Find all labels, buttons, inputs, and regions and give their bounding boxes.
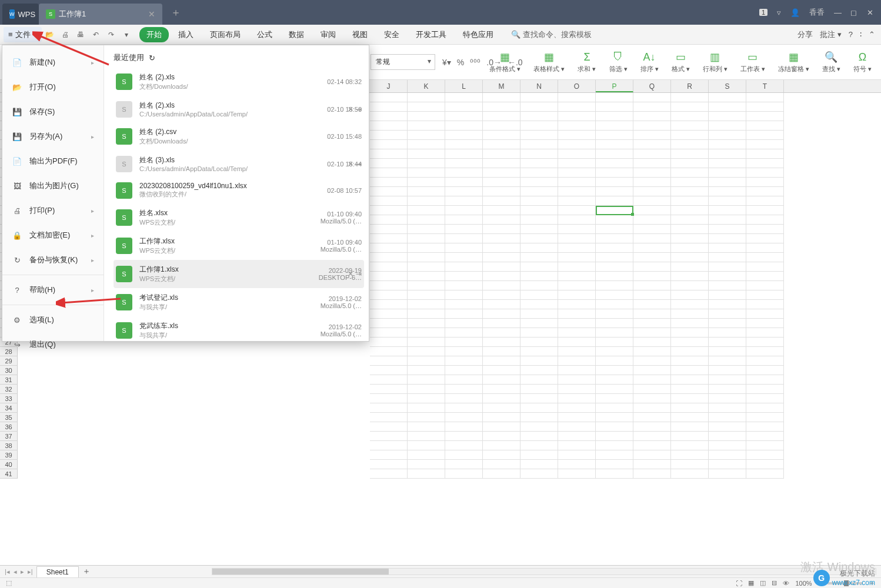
cell[interactable] bbox=[746, 93, 784, 102]
cell[interactable] bbox=[746, 385, 784, 394]
cell[interactable] bbox=[408, 356, 445, 366]
cell[interactable] bbox=[370, 347, 408, 356]
cell[interactable] bbox=[709, 196, 746, 206]
cell[interactable] bbox=[558, 450, 596, 460]
add-sheet-button[interactable]: ＋ bbox=[82, 566, 91, 577]
cell[interactable] bbox=[709, 234, 746, 243]
cell[interactable] bbox=[709, 375, 746, 385]
cell[interactable] bbox=[483, 253, 520, 262]
cell[interactable] bbox=[520, 112, 558, 121]
recent-file-item[interactable]: S 姓名 (2).csv 文档/Downloads/ 02-10 15:48 bbox=[114, 122, 364, 151]
cell[interactable] bbox=[596, 375, 633, 385]
cell[interactable] bbox=[671, 196, 709, 206]
cell[interactable] bbox=[483, 149, 520, 159]
cell[interactable] bbox=[709, 441, 746, 450]
cell[interactable] bbox=[408, 121, 445, 131]
cell[interactable] bbox=[370, 178, 408, 187]
cell[interactable] bbox=[370, 469, 408, 479]
cell[interactable] bbox=[596, 413, 633, 422]
cell[interactable] bbox=[633, 469, 671, 479]
cell[interactable] bbox=[370, 328, 408, 338]
cell[interactable] bbox=[520, 187, 558, 196]
cell[interactable] bbox=[370, 281, 408, 290]
cell[interactable] bbox=[445, 234, 483, 243]
row-number[interactable]: 37 bbox=[0, 432, 18, 441]
cell[interactable] bbox=[520, 253, 558, 262]
cell[interactable] bbox=[596, 215, 633, 225]
cell[interactable] bbox=[483, 243, 520, 253]
cell[interactable] bbox=[520, 140, 558, 149]
recent-file-item[interactable]: S 姓名 (2).xls C:/Users/admin/AppData/Loca… bbox=[114, 96, 364, 122]
cell[interactable] bbox=[408, 149, 445, 159]
cell[interactable] bbox=[671, 93, 709, 102]
cell[interactable] bbox=[408, 366, 445, 375]
cell[interactable] bbox=[520, 460, 558, 469]
cell[interactable] bbox=[445, 319, 483, 328]
cell[interactable] bbox=[633, 450, 671, 460]
cell[interactable] bbox=[408, 243, 445, 253]
ribbon-tab-1[interactable]: 插入 bbox=[171, 27, 201, 42]
cell[interactable] bbox=[746, 102, 784, 112]
cell[interactable] bbox=[445, 112, 483, 121]
recent-file-item[interactable]: S 考试登记.xls 与我共享/ 2019-12-02Mozilla/5.0 (… bbox=[114, 288, 364, 316]
cell[interactable] bbox=[370, 309, 408, 319]
cell[interactable] bbox=[709, 102, 746, 112]
cell[interactable] bbox=[671, 319, 709, 328]
cell[interactable] bbox=[671, 206, 709, 215]
cell[interactable] bbox=[558, 112, 596, 121]
cell[interactable] bbox=[445, 441, 483, 450]
cell[interactable] bbox=[445, 375, 483, 385]
last-sheet-nav[interactable]: ▸| bbox=[28, 568, 33, 576]
cell[interactable] bbox=[445, 168, 483, 178]
toolbar-表格样式[interactable]: ▦表格样式 ▾ bbox=[530, 51, 568, 74]
cell[interactable] bbox=[408, 93, 445, 102]
cell[interactable] bbox=[520, 178, 558, 187]
cell[interactable] bbox=[746, 403, 784, 413]
cell[interactable] bbox=[483, 102, 520, 112]
cell[interactable] bbox=[520, 281, 558, 290]
cell[interactable] bbox=[558, 178, 596, 187]
cell[interactable] bbox=[483, 225, 520, 234]
cell[interactable] bbox=[709, 93, 746, 102]
cell[interactable] bbox=[520, 225, 558, 234]
cell[interactable] bbox=[370, 93, 408, 102]
cell[interactable] bbox=[558, 469, 596, 479]
cell[interactable] bbox=[408, 319, 445, 328]
cell[interactable] bbox=[709, 178, 746, 187]
cell[interactable] bbox=[671, 262, 709, 272]
cell[interactable] bbox=[520, 272, 558, 281]
file-menu-item-2[interactable]: 💾保存(S) bbox=[2, 99, 104, 124]
cell[interactable] bbox=[633, 319, 671, 328]
number-format-dropdown[interactable]: 常规 bbox=[371, 54, 435, 70]
toolbar-筛选[interactable]: ⛉筛选 ▾ bbox=[606, 51, 631, 74]
cell[interactable] bbox=[709, 432, 746, 441]
cell[interactable] bbox=[633, 243, 671, 253]
cell[interactable] bbox=[520, 102, 558, 112]
cell[interactable] bbox=[596, 168, 633, 178]
cell[interactable] bbox=[746, 469, 784, 479]
document-tab[interactable]: S 工作簿1 ✕ bbox=[39, 4, 162, 25]
cell[interactable] bbox=[596, 450, 633, 460]
cell[interactable] bbox=[709, 149, 746, 159]
cell[interactable] bbox=[558, 460, 596, 469]
cell[interactable] bbox=[596, 225, 633, 234]
cell[interactable] bbox=[558, 272, 596, 281]
cell[interactable] bbox=[483, 281, 520, 290]
cell[interactable] bbox=[520, 121, 558, 131]
cell[interactable] bbox=[520, 347, 558, 356]
cell[interactable] bbox=[709, 394, 746, 403]
refresh-icon[interactable]: ↻ bbox=[149, 54, 155, 62]
sheet-tab[interactable]: Sheet1 bbox=[36, 566, 79, 577]
cell[interactable] bbox=[483, 262, 520, 272]
cell[interactable] bbox=[746, 168, 784, 178]
recent-file-item[interactable]: S 20230208100259_vd4lf10nu1.xlsx 微信收到的文件… bbox=[114, 177, 364, 203]
cell[interactable] bbox=[671, 121, 709, 131]
ribbon-tab-3[interactable]: 公式 bbox=[250, 27, 279, 42]
cell[interactable] bbox=[746, 366, 784, 375]
cell[interactable] bbox=[370, 159, 408, 168]
cell[interactable] bbox=[408, 460, 445, 469]
cell[interactable] bbox=[671, 234, 709, 243]
username[interactable]: 香香 bbox=[809, 7, 825, 18]
recent-file-item[interactable]: S 姓名.xlsx WPS云文档/ 01-10 09:40Mozilla/5.0… bbox=[114, 203, 364, 232]
cell[interactable] bbox=[445, 413, 483, 422]
